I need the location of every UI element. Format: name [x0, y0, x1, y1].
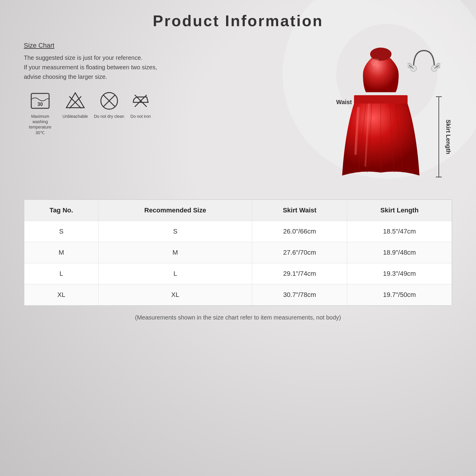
care-item-wash: 30 Maximum washing temperature 30℃	[24, 90, 57, 135]
size-chart-description: The suggested size is just for your refe…	[24, 53, 315, 82]
headband-illustration	[408, 45, 440, 83]
table-cell: XL	[98, 284, 252, 306]
table-cell: L	[24, 263, 98, 284]
table-row: XLXL30.7"/78cm19.7"/50cm	[24, 284, 452, 306]
table-cell: S	[98, 221, 252, 242]
table-cell: 19.7"/50cm	[347, 284, 452, 306]
table-cell: M	[98, 242, 252, 263]
table-cell: 29.1"/74cm	[252, 263, 347, 284]
table-cell: L	[98, 263, 252, 284]
table-cell: 30.7"/78cm	[252, 284, 347, 306]
product-illustration: Waist	[327, 42, 452, 190]
table-cell: 27.6"/70cm	[252, 242, 347, 263]
no-iron-icon	[130, 90, 151, 111]
skirt-length-label: Skirt Length	[445, 120, 452, 154]
col-recommended-size: Recommended Size	[98, 200, 252, 221]
skirt-illustration	[342, 95, 419, 178]
care-item-dry-clean: Do not dry clean	[94, 90, 124, 119]
table-row: MM27.6"/70cm18.9"/48cm	[24, 242, 452, 263]
svg-rect-20	[354, 95, 408, 104]
table-cell: 19.3"/49cm	[347, 263, 452, 284]
table-cell: 26.0"/66cm	[252, 221, 347, 242]
footer-note: (Measurements shown in the size chart re…	[24, 314, 452, 327]
wash-label: Maximum washing temperature 30℃	[24, 114, 57, 135]
size-table: Tag No. Recommended Size Skirt Waist Ski…	[24, 200, 452, 306]
skirt-length-bracket	[434, 95, 443, 178]
svg-point-17	[370, 48, 392, 61]
wash-30-icon: 30	[30, 90, 51, 111]
table-cell: XL	[24, 284, 98, 306]
iron-label: Do not iron	[130, 114, 151, 119]
col-skirt-length: Skirt Length	[347, 200, 452, 221]
care-item-bleach: Unbleachable	[62, 90, 88, 119]
size-table-container: Tag No. Recommended Size Skirt Waist Ski…	[24, 199, 452, 306]
care-item-iron: Do not iron	[130, 90, 151, 119]
size-chart-title: Size Chart	[24, 42, 315, 49]
col-skirt-waist: Skirt Waist	[252, 200, 347, 221]
left-info-panel: Size Chart The suggested size is just fo…	[24, 42, 315, 190]
col-tag-no: Tag No.	[24, 200, 98, 221]
crop-top-illustration	[357, 45, 405, 95]
no-bleach-icon	[65, 90, 86, 111]
table-header-row: Tag No. Recommended Size Skirt Waist Ski…	[24, 200, 452, 221]
svg-text:30: 30	[37, 102, 43, 107]
dry-clean-label: Do not dry clean	[94, 114, 124, 119]
bleach-label: Unbleachable	[62, 114, 88, 119]
table-row: SS26.0"/66cm18.5"/47cm	[24, 221, 452, 242]
page-title: Product Information	[24, 12, 452, 30]
table-cell: 18.9"/48cm	[347, 242, 452, 263]
care-icons-row: 30 Maximum washing temperature 30℃ Unble…	[24, 90, 315, 135]
table-cell: S	[24, 221, 98, 242]
no-dry-clean-icon	[99, 90, 120, 111]
table-cell: M	[24, 242, 98, 263]
svg-marker-2	[66, 93, 84, 108]
table-cell: 18.5"/47cm	[347, 221, 452, 242]
table-row: LL29.1"/74cm19.3"/49cm	[24, 263, 452, 284]
